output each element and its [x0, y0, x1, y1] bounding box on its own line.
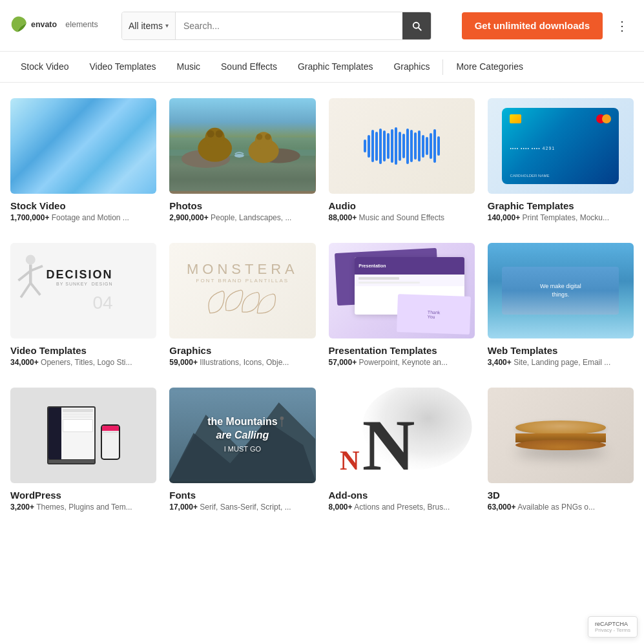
- card-title: Graphic Templates: [488, 200, 634, 211]
- nav-item-sound-effects[interactable]: Sound Effects: [211, 52, 287, 83]
- card-subtitle: 8,000+ Actions and Presets, Brus...: [329, 503, 475, 512]
- category-card-photos[interactable]: Photos 2,900,000+ People, Landscapes, ..…: [169, 98, 315, 222]
- card-image-3d: [488, 388, 634, 483]
- credit-card-mockup: •••• •••• •••• 4291 CARDHOLDER NAME: [502, 108, 619, 184]
- nav-item-video-templates[interactable]: Video Templates: [79, 52, 166, 83]
- category-card-addons[interactable]: N N Add-ons 8,000+ Actions and Presets, …: [329, 388, 475, 512]
- svg-text:N: N: [339, 445, 359, 475]
- card-subtitle: 1,700,000+ Footage and Motion ...: [10, 213, 156, 222]
- nav-item-more-categories[interactable]: More Categories: [446, 52, 534, 83]
- card-image-stock-video: [10, 98, 156, 194]
- card-title: Graphics: [169, 345, 315, 356]
- card-subtitle: 34,000+ Openers, Titles, Logo Sti...: [10, 358, 156, 367]
- card-title: Presentation Templates: [329, 345, 475, 356]
- svg-line-20: [21, 283, 30, 298]
- svg-point-8: [205, 128, 225, 147]
- category-card-wordpress[interactable]: WordPress 3,200+ Themes, Plugins and Tem…: [10, 388, 156, 512]
- card-image-video-templates: DECISION BY SUNKEY DESIGN 04: [10, 243, 156, 338]
- dropdown-label: All items: [129, 21, 163, 31]
- all-items-dropdown[interactable]: All items ▾: [122, 12, 176, 39]
- chevron-down-icon: ▾: [165, 22, 169, 29]
- svg-point-15: [234, 154, 244, 158]
- svg-point-14: [265, 134, 271, 140]
- card-subtitle: 2,900,000+ People, Landscapes, ...: [169, 213, 315, 222]
- card-image-wordpress: [10, 388, 156, 483]
- more-options-button[interactable]: ⋮: [610, 14, 634, 37]
- nav-separator: [442, 59, 443, 75]
- island-graphic: We make digitalthings.: [502, 267, 619, 315]
- card-image-web-templates: We make digitalthings.: [488, 243, 634, 338]
- card-subtitle: 140,000+ Print Templates, Mocku...: [488, 213, 634, 222]
- card-image-photos: [169, 98, 315, 194]
- logo[interactable]: envato elements: [10, 13, 114, 39]
- card-title: Audio: [329, 200, 475, 211]
- svg-point-9: [207, 130, 214, 137]
- get-unlimited-button[interactable]: Get unlimited downloads: [462, 12, 603, 39]
- svg-text:elements: elements: [65, 20, 98, 29]
- svg-point-26: [280, 417, 284, 421]
- category-card-fonts[interactable]: the Mountainsare CallingI MUST GO Fonts …: [169, 388, 315, 512]
- card-image-audio: [329, 98, 475, 194]
- category-card-web-templates[interactable]: We make digitalthings. Web Templates 3,4…: [488, 243, 634, 367]
- svg-point-16: [26, 255, 36, 265]
- card-subtitle: 63,000+ Available as PNGs o...: [488, 503, 634, 512]
- card-subtitle: 17,000+ Serif, Sans-Serif, Script, ...: [169, 503, 315, 512]
- card-title: Video Templates: [10, 345, 156, 356]
- search-icon: [411, 20, 422, 32]
- category-card-audio[interactable]: Audio 88,000+ Music and Sound Effects: [329, 98, 475, 222]
- category-card-video-templates[interactable]: DECISION BY SUNKEY DESIGN 04 Video Templ…: [10, 243, 156, 367]
- categories-grid: Stock Video 1,700,000+ Footage and Motio…: [0, 83, 644, 527]
- card-title: Photos: [169, 200, 315, 211]
- card-subtitle: 57,000+ Powerpoint, Keynote an...: [329, 358, 475, 367]
- svg-text:N: N: [362, 404, 415, 483]
- card-image-graphic-templates: •••• •••• •••• 4291 CARDHOLDER NAME: [488, 98, 634, 194]
- card-title: Web Templates: [488, 345, 634, 356]
- card-subtitle: 3,200+ Themes, Plugins and Tem...: [10, 503, 156, 512]
- header: envato elements All items ▾ Get unlimite…: [0, 0, 644, 52]
- card-subtitle: 59,000+ Illustrations, Icons, Obje...: [169, 358, 315, 367]
- card-title: 3D: [488, 490, 634, 501]
- recaptcha-badge: reCAPTCHA Privacy - Terms: [588, 616, 638, 638]
- card-image-fonts: the Mountainsare CallingI MUST GO: [169, 388, 315, 483]
- ellipsis-icon: ⋮: [616, 18, 628, 34]
- search-input[interactable]: [176, 12, 402, 39]
- category-card-stock-video[interactable]: Stock Video 1,700,000+ Footage and Motio…: [10, 98, 156, 222]
- card-image-presentation: It's BreakTime Presentation ThankYou: [329, 243, 475, 338]
- card-title: Stock Video: [10, 200, 156, 211]
- card-title: Fonts: [169, 490, 315, 501]
- nav-item-graphic-templates[interactable]: Graphic Templates: [287, 52, 383, 83]
- category-card-presentation[interactable]: It's BreakTime Presentation ThankYou Pre…: [329, 243, 475, 367]
- card-image-graphics: MONSTERA FONT BRAND PLANTILLAS: [169, 243, 315, 338]
- svg-text:envato: envato: [31, 20, 57, 29]
- search-button[interactable]: [402, 12, 431, 39]
- svg-line-19: [30, 266, 43, 271]
- svg-point-13: [256, 134, 262, 140]
- category-nav: Stock Video Video Templates Music Sound …: [0, 52, 644, 83]
- nav-item-graphics[interactable]: Graphics: [383, 52, 440, 83]
- svg-line-21: [30, 283, 40, 295]
- category-card-3d[interactable]: 3D 63,000+ Available as PNGs o...: [488, 388, 634, 512]
- waveform: [364, 127, 440, 165]
- card-image-addons: N N: [329, 388, 475, 483]
- category-card-graphic-templates[interactable]: •••• •••• •••• 4291 CARDHOLDER NAME Grap…: [488, 98, 634, 222]
- card-subtitle: 88,000+ Music and Sound Effects: [329, 213, 475, 222]
- nav-item-stock-video[interactable]: Stock Video: [10, 52, 79, 83]
- nav-item-music[interactable]: Music: [166, 52, 211, 83]
- category-card-graphics[interactable]: MONSTERA FONT BRAND PLANTILLAS Graphics …: [169, 243, 315, 367]
- svg-line-18: [19, 271, 31, 280]
- card-subtitle: 3,400+ Site, Landing page, Email ...: [488, 358, 634, 367]
- search-bar: All items ▾: [121, 12, 431, 40]
- card-title: Add-ons: [329, 490, 475, 501]
- svg-point-10: [216, 130, 223, 137]
- card-title: WordPress: [10, 490, 156, 501]
